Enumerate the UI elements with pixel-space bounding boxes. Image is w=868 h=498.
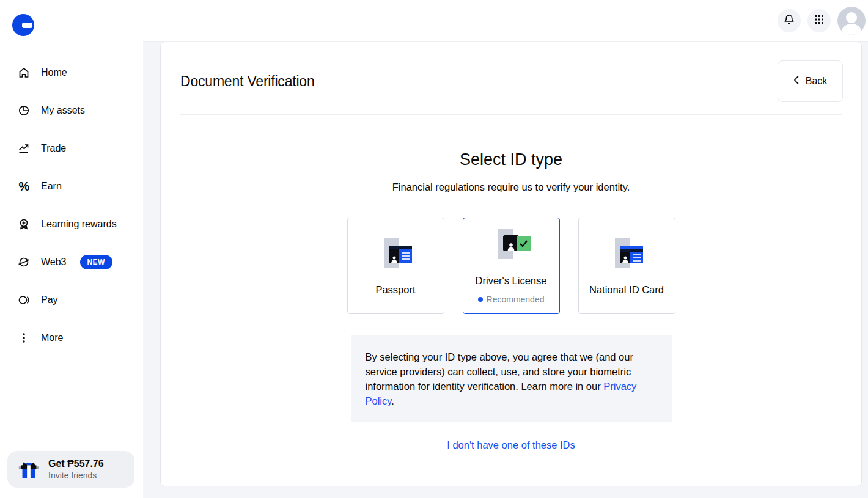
sidebar-item-label: Earn [41,181,62,192]
coinbase-logo[interactable] [12,14,34,36]
sidebar-item-earn[interactable]: % Earn [0,167,142,205]
sidebar-item-more[interactable]: More [0,319,142,357]
invite-subtitle: Invite friends [48,471,104,480]
trend-up-icon [17,142,31,155]
option-label: Driver's License [476,275,547,287]
back-label: Back [806,76,828,87]
bell-icon [783,13,795,28]
medal-icon [17,218,31,231]
percent-icon: % [17,180,31,193]
option-national-id[interactable]: National ID Card [578,218,675,314]
notifications-button[interactable] [778,9,801,32]
sidebar-item-pay[interactable]: Pay [0,281,142,319]
sidebar-item-my-assets[interactable]: My assets [0,92,142,130]
more-dots-icon [17,331,31,345]
biometric-disclaimer: By selecting your ID type above, you agr… [351,335,672,422]
top-bar [143,0,868,42]
home-icon [17,66,31,79]
pie-chart-icon [17,104,31,117]
card-header: Document Verification Back [161,42,861,102]
pay-icon [17,293,31,307]
invite-title: Get ₱557.76 [48,458,104,469]
no-id-link[interactable]: I don't have one of these IDs [447,439,575,450]
grid-icon [814,15,824,27]
national-id-icon [606,236,647,271]
sidebar-item-label: Home [41,67,67,78]
globe-icon [17,255,31,269]
option-drivers-license[interactable]: Driver's License Recommended [463,218,560,314]
passport-id-icon [375,236,416,271]
sidebar-item-label: Learning rewards [41,219,117,230]
option-label: National ID Card [589,284,664,296]
option-passport[interactable]: Passport [347,218,444,314]
sidebar-item-label: Trade [41,143,66,154]
blue-dot-icon [478,297,483,302]
invite-friends-widget[interactable]: Get ₱557.76 Invite friends [7,451,134,488]
chevron-left-icon [793,75,800,87]
sidebar-item-label: Web3 [41,257,67,268]
sidebar-item-label: Pay [41,295,58,306]
new-badge: NEW [80,255,112,269]
drivers-license-icon [491,227,531,262]
sidebar-item-web3[interactable]: Web3 NEW [0,243,142,281]
sidebar-item-learning-rewards[interactable]: Learning rewards [0,205,142,243]
header-divider [180,114,842,115]
select-id-subheading: Financial regulations require us to veri… [161,181,861,193]
id-options: Passport Driver's License Recommended [161,218,861,314]
option-label: Passport [375,284,415,296]
avatar-silhouette [846,12,857,23]
sidebar-nav: Home My assets Trade % Earn Learning rew… [0,54,142,357]
verification-card: Document Verification Back Select ID typ… [160,42,862,486]
apps-menu-button[interactable] [807,9,831,32]
sidebar-item-trade[interactable]: Trade [0,130,142,167]
sidebar-item-label: More [41,332,63,343]
user-avatar[interactable] [837,7,866,35]
gift-icon [17,458,40,481]
recommended-badge: Recommended [478,295,545,304]
check-icon [517,236,531,251]
select-id-heading: Select ID type [161,150,861,169]
back-button[interactable]: Back [778,60,843,102]
sidebar: Home My assets Trade % Earn Learning rew… [0,0,142,498]
page-title: Document Verification [180,73,315,90]
sidebar-item-label: My assets [41,105,85,116]
content-area: Document Verification Back Select ID typ… [143,42,868,498]
sidebar-item-home[interactable]: Home [0,54,142,92]
